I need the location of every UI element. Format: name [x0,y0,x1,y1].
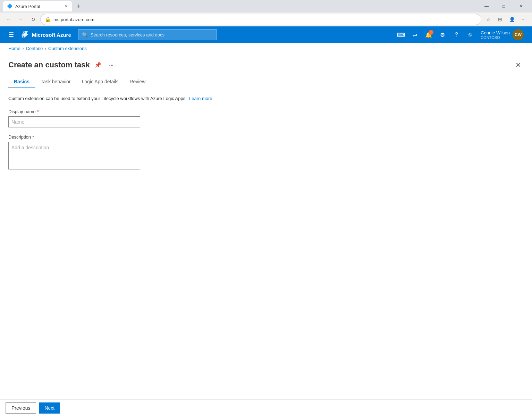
notification-badge: 1 [429,30,433,35]
close-panel-button[interactable]: ✕ [513,59,524,70]
azure-tab-icon: 🔷 [7,3,12,9]
tab-task-behavior[interactable]: Task behavior [35,76,76,88]
browser-chrome: 🔷 Azure Portal ✕ + — □ ✕ ← → ↻ 🔒 ☆ ⊞ 👤 ·… [0,0,532,26]
avatar-initials: CW [515,32,522,37]
feedback-button[interactable]: ☺ [464,28,476,41]
main-content: Home › Contoso › Custom extensions Creat… [0,43,532,416]
minimize-button[interactable]: — [479,1,495,11]
top-navigation: ☰ Microsoft Azure 🔍 ⌨ ⇌ 🔔 1 ⚙ ? ☺ Co [0,26,532,43]
page-title-group: Create an custom task 📌 ··· [8,60,116,70]
display-name-label: Display name * [8,109,524,114]
help-button[interactable]: ? [450,28,463,41]
description-input[interactable] [8,142,140,169]
lock-icon: 🔒 [45,17,51,22]
display-name-group: Display name * [8,109,524,127]
breadcrumb-sep-1: › [23,46,24,51]
new-tab-button[interactable]: + [74,1,83,11]
browser-tab-title: Azure Portal [15,4,62,9]
breadcrumb-custom-extensions[interactable]: Custom extensions [48,46,87,51]
toolbar-icons: ☆ ⊞ 👤 ··· [483,14,529,25]
description-label: Description * [8,134,524,140]
nav-right-icons: ⌨ ⇌ 🔔 1 ⚙ ? ☺ Connie Wilson CONTOSO CW [395,28,526,42]
cloud-shell-button[interactable]: ⌨ [395,28,407,41]
favorite-button[interactable]: ☆ [483,14,494,25]
tab-logic-app[interactable]: Logic App details [76,76,124,88]
profile-button[interactable]: 👤 [506,14,517,25]
avatar: CW [513,29,524,40]
user-org: CONTOSO [481,35,510,40]
breadcrumb-contoso[interactable]: Contoso [26,46,43,51]
breadcrumb-home[interactable]: Home [8,46,20,51]
azure-logo: Microsoft Azure [21,31,71,39]
page-header: Create an custom task 📌 ··· ✕ [0,54,532,70]
settings-button[interactable]: ⚙ [436,28,449,41]
hamburger-menu[interactable]: ☰ [6,29,17,40]
form-description: Custom extension can be used to extend y… [8,95,524,102]
search-input[interactable] [91,32,213,38]
tab-bar: Basics Task behavior Logic App details R… [0,70,532,88]
more-options-button[interactable]: ··· [107,60,116,70]
next-button[interactable]: Next [39,402,60,414]
browser-titlebar: 🔷 Azure Portal ✕ + — □ ✕ [0,0,532,13]
azure-app-name: Microsoft Azure [32,32,71,38]
directory-button[interactable]: ⇌ [408,28,421,41]
search-icon: 🔍 [82,32,88,38]
display-name-input[interactable] [8,116,140,127]
azure-logo-icon [21,31,29,39]
url-input[interactable] [53,17,477,22]
browser-tab[interactable]: 🔷 Azure Portal ✕ [3,1,72,11]
breadcrumb-sep-2: › [45,46,46,51]
collections-button[interactable]: ⊞ [495,14,506,25]
browser-tab-close[interactable]: ✕ [65,4,68,9]
notifications-button[interactable]: 🔔 1 [422,28,435,41]
browser-toolbar: ← → ↻ 🔒 ☆ ⊞ 👤 ··· [0,13,532,26]
global-search[interactable]: 🔍 [78,29,217,40]
pin-button[interactable]: 📌 [93,60,103,70]
description-text: Custom extension can be used to extend y… [8,96,187,101]
form-area: Custom extension can be used to extend y… [0,88,532,184]
address-bar[interactable]: 🔒 [40,14,481,25]
previous-button[interactable]: Previous [6,402,36,414]
footer: Previous Next [0,399,532,416]
refresh-button[interactable]: ↻ [28,14,39,25]
page-title: Create an custom task [8,60,90,69]
learn-more-link[interactable]: Learn more [189,96,212,101]
user-profile[interactable]: Connie Wilson CONTOSO CW [478,28,526,42]
more-button[interactable]: ··· [518,14,529,25]
window-controls: — □ ✕ [479,1,529,11]
tab-basics[interactable]: Basics [8,76,35,88]
description-required: * [32,134,34,140]
breadcrumb: Home › Contoso › Custom extensions [0,43,532,54]
tab-review[interactable]: Review [124,76,151,88]
maximize-button[interactable]: □ [496,1,512,11]
user-name: Connie Wilson [481,30,510,35]
back-button[interactable]: ← [3,14,14,25]
forward-button[interactable]: → [15,14,26,25]
azure-portal: ☰ Microsoft Azure 🔍 ⌨ ⇌ 🔔 1 ⚙ ? ☺ Co [0,26,532,416]
description-group: Description * [8,134,524,170]
close-button[interactable]: ✕ [513,1,529,11]
display-name-required: * [37,109,39,114]
